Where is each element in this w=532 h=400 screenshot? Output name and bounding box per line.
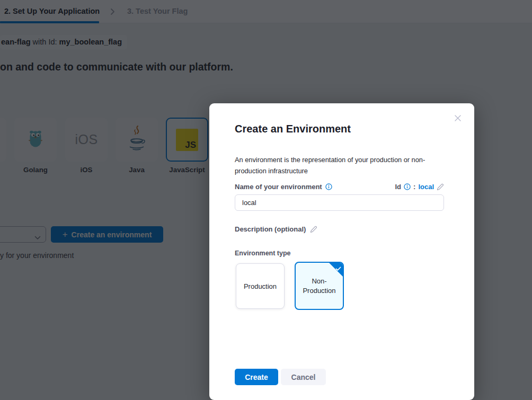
app-screen: 2. Set Up Your Application 3. Test Your … [0, 0, 532, 400]
info-icon[interactable] [404, 183, 411, 190]
create-environment-modal: Create an Environment An environment is … [209, 103, 474, 400]
description-field-row: Description (optional) [235, 225, 317, 233]
info-icon[interactable] [325, 183, 332, 190]
edit-pencil-icon[interactable] [437, 183, 444, 191]
checkmark-icon [335, 265, 341, 273]
cancel-button[interactable]: Cancel [281, 369, 326, 385]
id-label: Id [395, 183, 401, 191]
environment-type-non-production-card-selected[interactable]: Non-Production [295, 262, 344, 310]
edit-pencil-icon[interactable] [310, 226, 317, 233]
id-value: local [418, 183, 434, 191]
create-button[interactable]: Create [235, 369, 278, 385]
name-and-id-row: Name of your environment Id : local [235, 183, 444, 191]
environment-type-production-card[interactable]: Production [236, 263, 285, 309]
environment-name-input[interactable] [235, 194, 444, 211]
description-field-label: Description (optional) [235, 225, 306, 233]
non-production-card-label: Non-Production [301, 277, 338, 296]
environment-type-label: Environment type [235, 250, 291, 257]
modal-description: An environment is the representation of … [235, 154, 425, 176]
id-row: Id : local [395, 183, 444, 191]
production-card-label: Production [244, 282, 277, 290]
name-field-label: Name of your environment [235, 183, 322, 191]
modal-title: Create an Environment [235, 123, 351, 135]
close-icon[interactable] [453, 113, 463, 123]
id-separator: : [413, 183, 415, 191]
name-field-label-group: Name of your environment [235, 183, 332, 191]
